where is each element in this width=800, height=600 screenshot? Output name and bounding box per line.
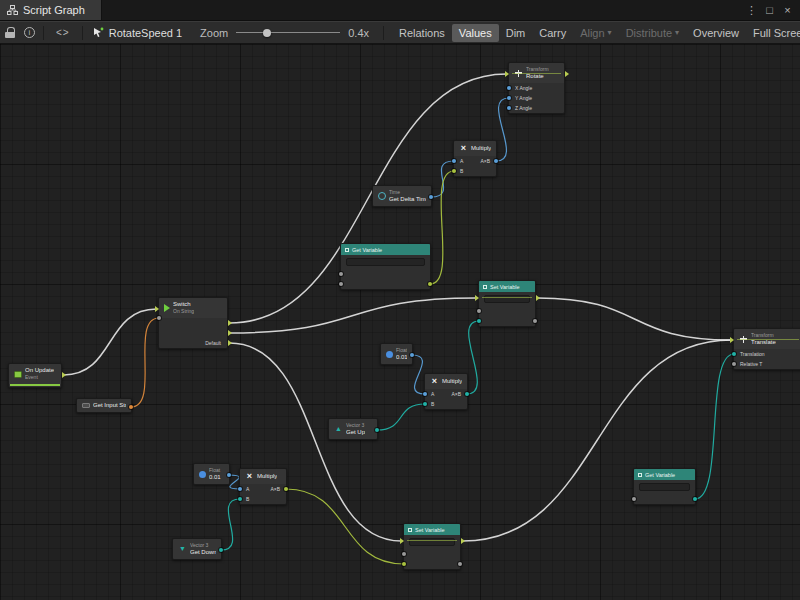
input-port[interactable] bbox=[507, 96, 511, 100]
get-var-2-node[interactable]: Get Variable bbox=[633, 468, 696, 505]
translate-node[interactable]: TransformTranslateTranslationRelative T bbox=[733, 328, 800, 370]
rotate-node[interactable]: TransformRotateX AngleY AngleZ Angle bbox=[508, 62, 565, 114]
graph-canvas[interactable]: On UpdateEventGet Input StrinSwitchOn St… bbox=[0, 44, 800, 600]
node-header: ×Multiply bbox=[454, 141, 496, 156]
toolbar-button-distribute[interactable]: Distribute▾ bbox=[619, 24, 686, 42]
port-row: Relative T bbox=[734, 359, 800, 369]
flow-output-port[interactable] bbox=[228, 320, 232, 326]
output-port[interactable] bbox=[129, 405, 133, 409]
port-row: AA×B bbox=[425, 389, 467, 399]
flow-input-port[interactable] bbox=[400, 538, 404, 544]
output-port[interactable] bbox=[494, 159, 498, 163]
toolbar-button-dim[interactable]: Dim bbox=[499, 24, 533, 42]
node-titles: Multiply bbox=[257, 473, 277, 480]
toolbar-button-overview[interactable]: Overview bbox=[686, 24, 746, 42]
code-view-icon[interactable]: <> bbox=[56, 27, 70, 38]
info-icon[interactable]: i bbox=[24, 27, 35, 38]
input-port[interactable] bbox=[452, 169, 456, 173]
flow-input-port[interactable] bbox=[505, 71, 509, 77]
get-down-node[interactable]: ▼Vector 3Get Down bbox=[172, 538, 222, 560]
variable-icon bbox=[408, 528, 412, 532]
window-close-button[interactable]: × bbox=[780, 3, 795, 18]
flow-output-port[interactable] bbox=[565, 71, 569, 77]
output-port[interactable] bbox=[375, 428, 379, 432]
toolbar-separator bbox=[82, 26, 83, 40]
output-port[interactable] bbox=[284, 487, 288, 491]
get-up-node[interactable]: ▲Vector 3Get Up bbox=[328, 418, 378, 440]
output-port[interactable] bbox=[693, 497, 697, 501]
delta-time-node[interactable]: TimeGet Delta Time bbox=[372, 185, 432, 207]
output-port[interactable] bbox=[219, 548, 223, 552]
node-title: Set Variable bbox=[490, 284, 520, 290]
variable-node-header: Get Variable bbox=[341, 244, 430, 255]
toolbar-button-full-screen[interactable]: Full Screen bbox=[746, 24, 800, 42]
graph-name[interactable]: RotateSpeed 1 bbox=[109, 27, 182, 39]
on-update-node[interactable]: On UpdateEvent bbox=[8, 363, 62, 388]
toolbar-button-values[interactable]: Values bbox=[452, 24, 499, 42]
input-port[interactable] bbox=[238, 487, 242, 491]
toolbar-button-align[interactable]: Align▾ bbox=[573, 24, 618, 42]
zoom-slider-track[interactable] bbox=[236, 32, 340, 33]
get-var-1-node[interactable]: Get Variable bbox=[340, 243, 431, 290]
port-row bbox=[341, 279, 430, 289]
toolbar-button-carry[interactable]: Carry bbox=[532, 24, 573, 42]
float-2-node[interactable]: Float0.01 bbox=[193, 463, 230, 485]
input-port[interactable] bbox=[477, 309, 481, 313]
toolbar-button-relations[interactable]: Relations bbox=[392, 24, 452, 42]
lock-icon[interactable] bbox=[5, 27, 15, 38]
output-port[interactable] bbox=[465, 392, 469, 396]
tab-script-graph[interactable]: Script Graph bbox=[0, 0, 102, 20]
input-port[interactable] bbox=[452, 159, 456, 163]
input-port[interactable] bbox=[423, 402, 427, 406]
flow-output-port[interactable] bbox=[536, 295, 540, 301]
flow-output-port[interactable] bbox=[228, 330, 232, 336]
multiply-1-node[interactable]: ×MultiplyAA×BB bbox=[453, 140, 497, 177]
port-label: Y Angle bbox=[515, 95, 532, 101]
input-port[interactable] bbox=[732, 352, 736, 356]
variable-name-dropdown[interactable] bbox=[346, 258, 425, 266]
output-port[interactable] bbox=[410, 353, 414, 357]
get-input-node[interactable]: Get Input Strin bbox=[76, 398, 132, 413]
node-header: ×Multiply bbox=[240, 469, 286, 484]
output-port[interactable] bbox=[428, 282, 432, 286]
port-label: Default bbox=[205, 340, 221, 346]
output-port[interactable] bbox=[458, 562, 462, 566]
zoom-slider-thumb[interactable] bbox=[263, 29, 271, 37]
input-port[interactable] bbox=[507, 106, 511, 110]
output-port[interactable] bbox=[533, 319, 537, 323]
input-port[interactable] bbox=[423, 392, 427, 396]
input-port[interactable] bbox=[339, 282, 343, 286]
input-port[interactable] bbox=[507, 86, 511, 90]
multiply-3-node[interactable]: ×MultiplyAA×BB bbox=[239, 468, 287, 505]
input-port[interactable] bbox=[339, 272, 343, 276]
input-port[interactable] bbox=[732, 362, 736, 366]
input-port[interactable] bbox=[402, 552, 406, 556]
input-port[interactable] bbox=[632, 497, 636, 501]
zoom-slider[interactable] bbox=[236, 26, 340, 40]
flow-output-port[interactable] bbox=[62, 372, 66, 378]
flow-input-port[interactable] bbox=[730, 337, 734, 343]
output-port[interactable] bbox=[429, 195, 433, 199]
set-var-1-node[interactable]: Set Variable bbox=[478, 280, 536, 327]
input-port[interactable] bbox=[157, 316, 161, 320]
flow-output-port[interactable] bbox=[461, 538, 465, 544]
set-var-2-node[interactable]: Set Variable bbox=[403, 523, 461, 570]
flow-input-port[interactable] bbox=[155, 306, 159, 312]
window-menu-button[interactable]: ⋮ bbox=[744, 3, 759, 18]
multiply-2-node[interactable]: ×MultiplyAA×BB bbox=[424, 373, 468, 410]
switch-node[interactable]: SwitchOn StringDefault bbox=[158, 297, 228, 349]
window-maximize-button[interactable]: □ bbox=[762, 3, 777, 18]
input-port[interactable] bbox=[402, 562, 406, 566]
flow-input-port[interactable] bbox=[475, 295, 479, 301]
node-title: Get Variable bbox=[645, 472, 675, 478]
node-titles: Multiply bbox=[442, 378, 462, 385]
float-1-node[interactable]: Float0.01 bbox=[380, 343, 413, 365]
flow-output-port[interactable] bbox=[228, 340, 232, 346]
variable-name-dropdown[interactable] bbox=[639, 483, 690, 491]
node-title-line: Transform bbox=[526, 66, 549, 73]
output-port[interactable] bbox=[227, 473, 231, 477]
node-header: ×Multiply bbox=[425, 374, 467, 389]
float-icon bbox=[386, 351, 393, 358]
input-port[interactable] bbox=[477, 319, 481, 323]
input-port[interactable] bbox=[238, 497, 242, 501]
